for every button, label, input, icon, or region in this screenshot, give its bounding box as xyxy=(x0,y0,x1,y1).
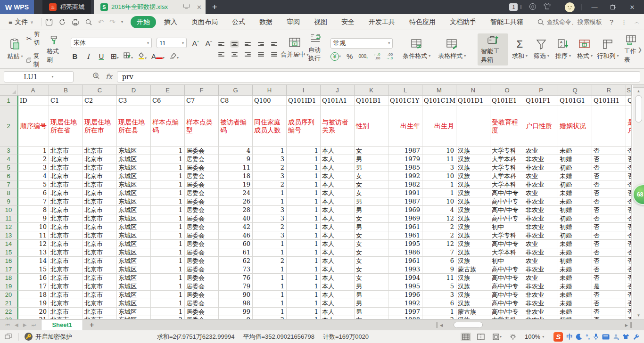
column-header-A[interactable]: A xyxy=(17,85,49,96)
cell-A4[interactable]: 2 xyxy=(17,155,49,163)
cell-L7[interactable]: 1982 xyxy=(388,180,422,189)
cell-J17[interactable]: 本人 xyxy=(321,265,355,274)
cell-K4[interactable]: 男 xyxy=(355,155,388,163)
cell-S5[interactable]: 否 xyxy=(626,163,632,172)
cell-C3[interactable]: 北京市 xyxy=(83,147,117,155)
cell-C16[interactable]: 北京市 xyxy=(83,257,117,265)
sum-button[interactable]: Σ 求和▾ xyxy=(509,33,530,65)
cell-B22[interactable]: 北京市 xyxy=(49,308,83,316)
file-menu[interactable]: ≡ 文件 ∨ xyxy=(5,18,37,26)
cell-H20[interactable]: 1 xyxy=(253,291,287,299)
cell-P4[interactable]: 非农业 xyxy=(524,155,558,163)
fill-cells-icon[interactable]: ▾ xyxy=(124,52,133,60)
save-icon[interactable] xyxy=(45,18,53,26)
cell-D1[interactable]: C3 xyxy=(117,96,151,106)
cell-C5[interactable]: 北京市 xyxy=(83,163,117,172)
cell-R13[interactable]: 否 xyxy=(592,231,626,240)
cell-K8[interactable]: 女 xyxy=(355,189,388,197)
cell-D16[interactable]: 东城区 xyxy=(117,257,151,265)
cell-H11[interactable]: 3 xyxy=(253,214,287,223)
cell-C2[interactable]: 现居住地所在市 xyxy=(83,106,117,147)
horizontal-split-handle[interactable] xyxy=(630,322,632,328)
cell-O1[interactable]: Q101E1 xyxy=(490,96,524,106)
cell-S15[interactable]: 否 xyxy=(626,248,632,257)
cell-A8[interactable]: 6 xyxy=(17,189,49,197)
next-sheet-icon[interactable]: ▶ xyxy=(23,322,27,327)
cell-R4[interactable]: 否 xyxy=(592,155,626,163)
cell-H1[interactable]: Q100 xyxy=(253,96,287,106)
cell-Q18[interactable]: 未婚 xyxy=(558,274,592,282)
cell-C19[interactable]: 北京市 xyxy=(83,282,117,291)
cell-J11[interactable]: 本人 xyxy=(321,214,355,223)
cell-N18[interactable]: 汉族 xyxy=(456,274,490,282)
cell-R16[interactable]: 否 xyxy=(592,257,626,265)
cell-O15[interactable]: 大学本科 xyxy=(490,248,524,257)
cell-A14[interactable]: 12 xyxy=(17,240,49,248)
cell-K13[interactable]: 女 xyxy=(355,231,388,240)
cell-C6[interactable]: 北京市 xyxy=(83,172,117,180)
cell-H21[interactable]: 1 xyxy=(253,299,287,308)
clear-format-icon[interactable]: ▾ xyxy=(169,52,179,60)
row-header-20[interactable]: 20 xyxy=(0,291,17,299)
horizontal-scroll-thumb[interactable] xyxy=(454,322,483,328)
cell-J19[interactable]: 本人 xyxy=(321,282,355,291)
cell-S18[interactable]: 否 xyxy=(626,274,632,282)
tab-特色应用[interactable]: 特色应用 xyxy=(403,16,442,28)
column-header-H[interactable]: H xyxy=(253,85,287,96)
row-header-23[interactable]: 23 xyxy=(0,316,17,319)
cell-O7[interactable]: 大学本科 xyxy=(490,180,524,189)
cell-B19[interactable]: 北京市 xyxy=(49,282,83,291)
cell-A12[interactable]: 10 xyxy=(17,223,49,231)
cell-D12[interactable]: 东城区 xyxy=(117,223,151,231)
cell-H15[interactable]: 1 xyxy=(253,248,287,257)
cell-D13[interactable]: 东城区 xyxy=(117,231,151,240)
justify-icon[interactable] xyxy=(257,52,264,57)
cell-G15[interactable]: 61 xyxy=(219,248,253,257)
sort-button[interactable]: AZ 排序▾ xyxy=(553,33,573,65)
column-header-I[interactable]: I xyxy=(287,85,321,96)
cell-P7[interactable]: 非农业 xyxy=(524,180,558,189)
chinese-mode-icon[interactable]: 中 xyxy=(566,333,572,341)
cell-S20[interactable]: 否 xyxy=(626,291,632,299)
tab-docer-mall[interactable]: ♨ 稻壳商城 xyxy=(42,0,91,14)
italic-button[interactable]: I xyxy=(84,52,92,61)
cell-S14[interactable]: 否 xyxy=(626,240,632,248)
format-painter-button[interactable]: 格式刷 xyxy=(43,33,64,65)
cell-K18[interactable]: 女 xyxy=(355,274,388,282)
cell-B18[interactable]: 北京市 xyxy=(49,274,83,282)
cell-F2[interactable]: 样本点类型 xyxy=(185,106,219,147)
cell-M1[interactable]: Q101C1M xyxy=(422,96,456,106)
eye-protect-icon[interactable] xyxy=(508,333,518,341)
row-header-17[interactable]: 17 xyxy=(0,265,17,274)
cell-N15[interactable]: 汉族 xyxy=(456,248,490,257)
cell-M9[interactable]: 10 xyxy=(422,197,456,206)
sogou-toolbox-icon[interactable] xyxy=(633,334,639,340)
paste-button[interactable]: 粘贴▾ xyxy=(5,33,25,65)
cell-I21[interactable]: 1 xyxy=(287,299,321,308)
cell-I20[interactable]: 1 xyxy=(287,291,321,299)
cell-K1[interactable]: Q101B1 xyxy=(355,96,388,106)
cell-H22[interactable]: 1 xyxy=(253,308,287,316)
cell-Q1[interactable]: Q101G1 xyxy=(558,96,592,106)
login-user-icon[interactable]: 12 xyxy=(613,334,619,340)
filter-button[interactable]: 筛选▾ xyxy=(531,33,552,65)
row-header-9[interactable]: 9 xyxy=(0,197,17,206)
cell-D9[interactable]: 东城区 xyxy=(117,197,151,206)
column-header-K[interactable]: K xyxy=(355,85,388,96)
cell-E13[interactable]: 1 xyxy=(151,231,185,240)
message-count-badge[interactable]: 1 xyxy=(509,3,518,11)
cell-G11[interactable]: 40 xyxy=(219,214,253,223)
cell-L9[interactable]: 1987 xyxy=(388,197,422,206)
cell-R23[interactable]: 否 xyxy=(592,316,626,319)
cell-K14[interactable]: 女 xyxy=(355,240,388,248)
cell-A2[interactable]: 顺序编号 xyxy=(17,106,49,147)
cell-I23[interactable]: 1 xyxy=(287,316,321,319)
cell-L21[interactable]: 1992 xyxy=(388,299,422,308)
cell-D2[interactable]: 现居住地所在县 xyxy=(117,106,151,147)
cell-H4[interactable]: 3 xyxy=(253,155,287,163)
cell-P1[interactable]: Q101F1 xyxy=(524,96,558,106)
first-sheet-icon[interactable]: ⏮ xyxy=(6,322,10,328)
cell-A15[interactable]: 13 xyxy=(17,248,49,257)
cell-J6[interactable]: 本人 xyxy=(321,172,355,180)
cell-H10[interactable]: 3 xyxy=(253,206,287,214)
